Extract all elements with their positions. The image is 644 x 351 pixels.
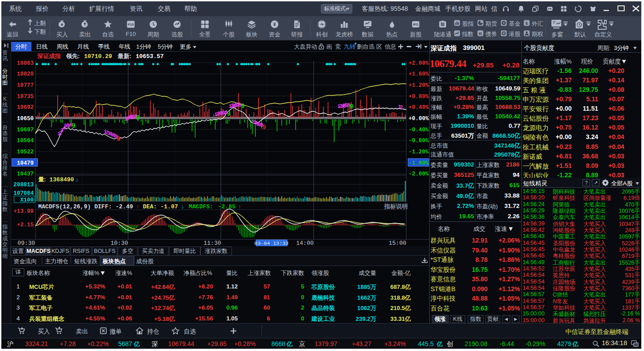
svg-text:B: B bbox=[479, 31, 482, 36]
svg-text:03-04 13:33: 03-04 13:33 bbox=[254, 240, 289, 246]
svg-text:10777: 10777 bbox=[17, 82, 34, 89]
svg-text:10:30: 10:30 bbox=[111, 240, 128, 246]
svg-text:深证成指: 深证成指 bbox=[37, 53, 61, 59]
svg-text:11:30: 11:30 bbox=[204, 240, 221, 246]
svg-text:9: 9 bbox=[262, 123, 266, 130]
svg-text:最新:: 最新: bbox=[117, 53, 131, 59]
svg-text:10479: 10479 bbox=[17, 160, 34, 166]
svg-text:MACDFS:: MACDFS: bbox=[189, 203, 213, 210]
svg-text:↓: ↓ bbox=[181, 203, 184, 210]
svg-text:2: 2 bbox=[400, 104, 403, 110]
svg-text:9: 9 bbox=[72, 122, 76, 129]
svg-text:14:00: 14:00 bbox=[296, 240, 314, 246]
svg-text:-2.85: -2.85 bbox=[218, 203, 235, 210]
svg-text:+2.00%: +2.00% bbox=[409, 60, 429, 67]
svg-text:9: 9 bbox=[117, 135, 120, 142]
svg-text:↑: ↑ bbox=[238, 203, 241, 210]
svg-text:领先:: 领先: bbox=[66, 53, 80, 59]
svg-text:10692: 10692 bbox=[17, 104, 34, 111]
svg-text:-1.60%: -1.60% bbox=[409, 160, 429, 166]
svg-text:-2.49: -2.49 bbox=[115, 203, 133, 210]
svg-text:10607: 10607 bbox=[17, 127, 34, 133]
svg-text:10820: 10820 bbox=[17, 71, 34, 77]
svg-text:+1.20%: +1.20% bbox=[409, 82, 429, 89]
svg-text:X100: X100 bbox=[20, 197, 34, 203]
svg-text:15:00: 15:00 bbox=[389, 240, 406, 246]
svg-text:+0.40%: +0.40% bbox=[409, 104, 429, 111]
svg-text:+0.80%: +0.80% bbox=[409, 94, 429, 100]
svg-text:10710.29: 10710.29 bbox=[84, 53, 112, 60]
svg-text:9: 9 bbox=[227, 110, 231, 117]
svg-text:+1.60%: +1.60% bbox=[409, 71, 429, 77]
svg-text:10564: 10564 bbox=[17, 138, 34, 144]
svg-text:9: 9 bbox=[136, 114, 140, 121]
svg-text:DIFF:: DIFF: bbox=[94, 203, 112, 210]
svg-text:¥: ¥ bbox=[273, 22, 276, 27]
svg-text:↑: ↑ bbox=[136, 203, 139, 210]
svg-text:DEA:: DEA: bbox=[143, 203, 157, 210]
svg-text:10863: 10863 bbox=[17, 60, 34, 67]
svg-text:10653.57: 10653.57 bbox=[136, 53, 164, 60]
svg-text:+0.00%: +0.00% bbox=[409, 116, 429, 122]
svg-text:+2.15: +2.15 bbox=[17, 222, 34, 228]
svg-text:$: $ bbox=[525, 21, 528, 26]
svg-text:10522: 10522 bbox=[17, 149, 34, 155]
svg-text:↓: ↓ bbox=[76, 176, 79, 183]
svg-text:MACDFS(12,26,9): MACDFS(12,26,9) bbox=[38, 203, 91, 210]
svg-text:10650: 10650 bbox=[17, 116, 34, 122]
svg-text:10735: 10735 bbox=[17, 94, 34, 100]
svg-text:量:: 量: bbox=[38, 176, 46, 183]
svg-text:107084: 107084 bbox=[13, 190, 34, 197]
svg-text:陆: 陆 bbox=[441, 22, 445, 27]
svg-text:10437: 10437 bbox=[17, 171, 34, 177]
svg-text:09:30: 09:30 bbox=[18, 240, 35, 246]
svg-text:9: 9 bbox=[241, 102, 244, 109]
svg-text:IPO: IPO bbox=[413, 23, 419, 26]
svg-text:-1.07: -1.07 bbox=[160, 203, 178, 210]
svg-text:-2.00%: -2.00% bbox=[409, 171, 429, 177]
svg-text:-0.80%: -0.80% bbox=[409, 138, 429, 144]
svg-text:指标说明: 指标说明 bbox=[384, 203, 408, 210]
svg-text:1368490: 1368490 bbox=[49, 176, 74, 183]
svg-text:-1.20%: -1.20% bbox=[409, 149, 429, 155]
svg-text:F10: F10 bbox=[128, 22, 133, 27]
svg-text:208813: 208813 bbox=[13, 182, 34, 188]
svg-text:9: 9 bbox=[350, 103, 353, 110]
svg-text:+13.99: +13.99 bbox=[13, 208, 34, 215]
svg-text:-0.40%: -0.40% bbox=[409, 127, 429, 133]
